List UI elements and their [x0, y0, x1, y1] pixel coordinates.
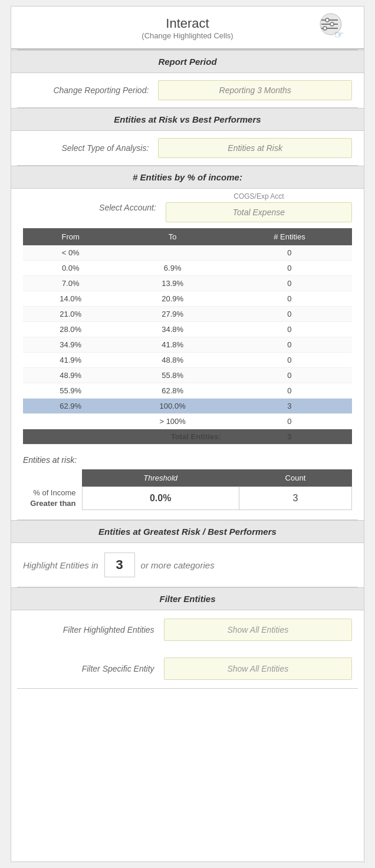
table-row: > 100%0	[23, 414, 352, 429]
table-row: 14.0%20.9%0	[23, 291, 352, 307]
cell-count: 0	[227, 245, 352, 261]
threshold-value: 0.0%	[82, 487, 239, 510]
filter-entities-label: Filter Entities	[19, 594, 356, 604]
table-row: < 0%0	[23, 245, 352, 261]
table-header-row: From To # Entities	[23, 228, 352, 245]
cell-to: 27.9%	[118, 307, 227, 322]
svg-point-4	[330, 22, 334, 26]
entities-section-header: Entities at Risk vs Best Performers	[11, 108, 364, 131]
filter-specific-row: Filter Specific Entity Show All Entities	[11, 649, 364, 688]
report-period-header: Report Period	[11, 50, 364, 73]
table-row: 34.9%41.8%0	[23, 337, 352, 353]
threshold-col-header: Threshold	[82, 469, 239, 487]
account-area: Select Account: COGS/Exp Acct Total Expe…	[11, 189, 364, 228]
cell-count: 0	[227, 414, 352, 429]
highlight-row: Highlight Entities in 3 or more categori…	[11, 543, 364, 587]
svg-point-2	[325, 18, 329, 22]
svg-point-6	[323, 27, 327, 30]
report-period-label: Report Period	[19, 57, 356, 67]
table-row: 7.0%13.9%0	[23, 276, 352, 291]
cell-from: 34.9%	[23, 337, 118, 353]
threshold-header-row: Threshold Count	[23, 469, 352, 487]
cell-to: 41.8%	[118, 337, 227, 353]
highlight-prefix: Highlight Entities in	[23, 560, 98, 570]
cell-to: 20.9%	[118, 291, 227, 307]
cell-count: 0	[227, 368, 352, 383]
cell-to: 100.0%	[118, 399, 227, 414]
table-row: 28.0%34.8%0	[23, 322, 352, 337]
greatest-risk-header: Entities at Greatest Risk / Best Perform…	[11, 520, 364, 543]
cell-from: 21.0%	[23, 307, 118, 322]
cell-count: 0	[227, 337, 352, 353]
table-row: 62.9%100.0%3	[23, 399, 352, 414]
filter-highlighted-dropdown[interactable]: Show All Entities	[164, 619, 352, 641]
cell-to: 55.8%	[118, 368, 227, 383]
reporting-period-row: Change Reporting Period: Reporting 3 Mon…	[11, 73, 364, 107]
total-row: Total Entities:3	[23, 429, 352, 445]
entities-section-label: Entities at Risk vs Best Performers	[19, 114, 356, 124]
filter-specific-label: Filter Specific Entity	[23, 664, 164, 673]
cell-to: 48.8%	[118, 353, 227, 368]
cell-from: < 0%	[23, 245, 118, 261]
entities-table: From To # Entities < 0%00.0%6.9%07.0%13.…	[23, 228, 352, 445]
table-row: 55.9%62.8%0	[23, 383, 352, 399]
filter-specific-dropdown[interactable]: Show All Entities	[164, 657, 352, 680]
table-row: 41.9%48.8%0	[23, 353, 352, 368]
filter-highlighted-row: Filter Highlighted Entities Show All Ent…	[11, 610, 364, 649]
cell-to: > 100%	[118, 414, 227, 429]
cell-from: 7.0%	[23, 276, 118, 291]
highlight-number[interactable]: 3	[104, 553, 135, 577]
interact-title: Interact	[142, 16, 233, 31]
col-count: # Entities	[227, 228, 352, 245]
threshold-count: 3	[239, 487, 351, 510]
greatest-risk-label: Entities at Greatest Risk / Best Perform…	[19, 527, 356, 537]
table-row: 48.9%55.8%0	[23, 368, 352, 383]
threshold-data-row: % of Income Greater than 0.0% 3	[23, 487, 352, 510]
cell-from: 55.9%	[23, 383, 118, 399]
account-sublabel: COGS/Exp Acct	[166, 192, 352, 200]
cell-to: 6.9%	[118, 261, 227, 276]
entities-income-header: # Entities by % of income:	[11, 166, 364, 189]
interact-header: Interact (Change Highlighted Cells) ☞	[11, 6, 364, 50]
reporting-period-label: Change Reporting Period:	[23, 86, 158, 95]
cell-to: 62.8%	[118, 383, 227, 399]
filter-highlighted-label: Filter Highlighted Entities	[23, 625, 164, 634]
total-label: Total Entities:	[23, 429, 227, 445]
cell-to: 13.9%	[118, 276, 227, 291]
threshold-row-label1: % of Income	[33, 488, 75, 497]
entities-table-section: From To # Entities < 0%00.0%6.9%07.0%13.…	[11, 228, 364, 451]
analysis-label: Select Type of Analysis:	[23, 143, 158, 153]
reporting-period-dropdown[interactable]: Reporting 3 Months	[158, 80, 352, 100]
cell-count: 0	[227, 322, 352, 337]
account-dropdown[interactable]: Total Expense	[166, 202, 352, 222]
highlight-suffix: or more categories	[141, 560, 215, 570]
col-to: To	[118, 228, 227, 245]
interact-icon: ☞	[315, 12, 346, 43]
cell-from: 0.0%	[23, 261, 118, 276]
cell-to	[118, 245, 227, 261]
col-from: From	[23, 228, 118, 245]
account-label: Select Account:	[23, 203, 166, 212]
cell-from: 14.0%	[23, 291, 118, 307]
count-col-header: Count	[239, 469, 351, 487]
cell-from: 41.9%	[23, 353, 118, 368]
cell-count: 0	[227, 353, 352, 368]
table-row: 21.0%27.9%0	[23, 307, 352, 322]
cell-to: 34.8%	[118, 322, 227, 337]
cell-count: 3	[227, 399, 352, 414]
cell-from: 62.9%	[23, 399, 118, 414]
cell-from: 48.9%	[23, 368, 118, 383]
cell-count: 0	[227, 383, 352, 399]
risk-label: Entities at risk:	[11, 451, 364, 467]
entities-income-label: # Entities by % of income:	[19, 172, 356, 182]
cell-count: 0	[227, 291, 352, 307]
cell-count: 0	[227, 276, 352, 291]
analysis-dropdown[interactable]: Entities at Risk	[158, 138, 352, 158]
cell-count: 0	[227, 261, 352, 276]
threshold-row-label2: Greater than	[30, 499, 75, 508]
cell-count: 0	[227, 307, 352, 322]
analysis-row: Select Type of Analysis: Entities at Ris…	[11, 131, 364, 165]
cell-from	[23, 414, 118, 429]
filter-entities-header: Filter Entities	[11, 587, 364, 610]
table-row: 0.0%6.9%0	[23, 261, 352, 276]
